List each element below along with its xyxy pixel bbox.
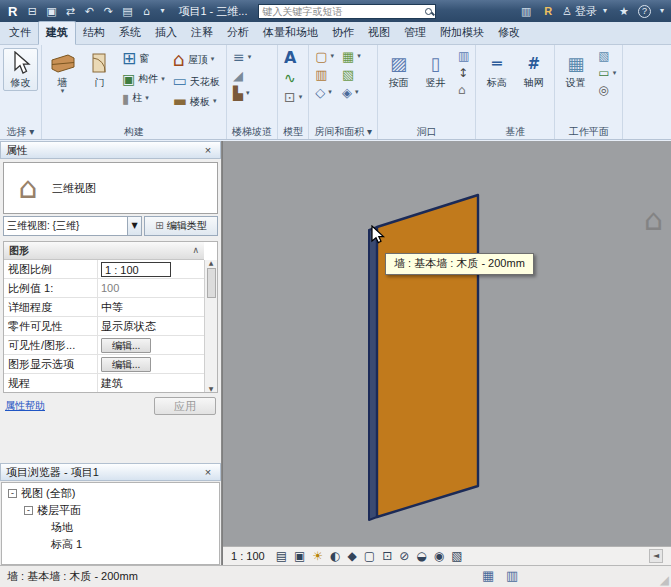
exchange-apps-icon[interactable]: ▥	[518, 6, 534, 17]
tab-addins[interactable]: 附加模块	[433, 22, 491, 44]
temp-hide-icon[interactable]: ◒	[416, 550, 426, 562]
ribbon-button-modify-cursor[interactable]: 修改	[3, 48, 38, 91]
ribbon-button-ramp[interactable]: ◢	[230, 67, 254, 84]
ribbon-button-level[interactable]: ═标高	[479, 48, 514, 91]
shadows-icon[interactable]: ◐	[330, 550, 340, 562]
tab-systems[interactable]: 系统	[112, 22, 148, 44]
ribbon-button-area[interactable]: ▦▾	[339, 48, 364, 65]
tree-item[interactable]: 场地	[2, 519, 219, 536]
ribbon-button-window[interactable]: ⊞窗	[119, 48, 168, 69]
ribbon-panel-label[interactable]: 工作平面	[557, 124, 620, 139]
properties-close-icon[interactable]: ×	[201, 144, 215, 156]
ribbon-button-set-workplane[interactable]: ▦设置	[558, 48, 593, 91]
ribbon-button-railing[interactable]: ≡▾	[230, 48, 254, 66]
type-selector[interactable]: 三维视图: {三维} ▼	[3, 216, 142, 236]
ribbon-panel-label[interactable]: 房间和面积 ▾	[311, 124, 375, 139]
ribbon-button-room-separator[interactable]: ▥	[312, 66, 337, 83]
scroll-up-icon[interactable]: ▲	[209, 260, 214, 266]
ribbon-button-floor[interactable]: ▬楼板▾	[170, 92, 223, 111]
ribbon-button-wall[interactable]: 墙▾	[45, 48, 80, 98]
tab-insert[interactable]: 插入	[148, 22, 184, 44]
property-value[interactable]: 显示原状态	[98, 319, 204, 334]
scale-button[interactable]: 1 : 100	[231, 550, 265, 562]
sun-path-icon[interactable]: ☀	[312, 550, 323, 562]
ribbon-button-viewer[interactable]: ◎	[595, 82, 619, 98]
ribbon-button-face-opening[interactable]: ▨按面	[381, 48, 416, 91]
tab-annotate[interactable]: 注释	[184, 22, 220, 44]
scroll-left-icon[interactable]: ◄	[649, 549, 663, 563]
ribbon-button-room[interactable]: ▢▾	[312, 48, 337, 65]
collapse-icon[interactable]: ∧	[192, 246, 199, 255]
tab-massing-site[interactable]: 体量和场地	[256, 22, 325, 44]
type-selector-dropdown-icon[interactable]: ▼	[127, 217, 141, 235]
ribbon-button-dormer[interactable]: ⌂	[455, 82, 472, 98]
app-menu-button[interactable]: R	[4, 4, 21, 19]
ribbon-button-model-text[interactable]: A	[281, 48, 305, 68]
rendering-icon[interactable]: ◆	[348, 550, 357, 562]
ribbon-button-show-workplane[interactable]: ▧	[595, 48, 619, 64]
ribbon-button-shaft[interactable]: ▯竖井	[418, 48, 453, 91]
help-dropdown-icon[interactable]: ▾	[657, 7, 667, 15]
viewcube-home-icon[interactable]: ⌂	[644, 205, 663, 235]
ribbon-button-ref-plane[interactable]: ▭▾	[595, 65, 619, 81]
ribbon-panel-label[interactable]: 楼梯坡道	[229, 124, 275, 139]
ribbon-button-area-boundary[interactable]: ▧	[339, 66, 364, 83]
wall-3d-object[interactable]	[223, 141, 671, 565]
default-3d-view-icon[interactable]: ⌂	[138, 6, 154, 17]
property-value[interactable]: 1 : 100	[98, 262, 204, 277]
project-browser-close-icon[interactable]: ×	[201, 466, 215, 478]
scrollbar-thumb[interactable]	[207, 268, 216, 298]
unlock-view-icon[interactable]: ⊘	[399, 550, 409, 562]
ribbon-button-stairs[interactable]: ▙▾	[230, 85, 254, 102]
tab-architecture[interactable]: 建筑	[38, 21, 76, 45]
sync-icon[interactable]: ⇄	[62, 6, 78, 17]
apply-button[interactable]: 应用	[154, 397, 216, 415]
ribbon-panel-label[interactable]: 选择 ▾	[2, 124, 39, 139]
properties-header[interactable]: 属性 ×	[0, 141, 221, 159]
ribbon-button-room-tag[interactable]: ◇▾	[312, 84, 337, 101]
design-options-icon[interactable]: ▥	[506, 569, 518, 582]
tree-item[interactable]: -楼层平面	[2, 502, 219, 519]
section-header-graphics[interactable]: 图形 ∧	[4, 242, 204, 260]
ribbon-button-model-line[interactable]: ∿	[281, 69, 305, 87]
tree-expander-icon[interactable]: -	[8, 489, 17, 498]
ribbon-panel-label[interactable]: 模型	[280, 124, 306, 139]
ribbon-button-ceiling[interactable]: ▭天花板	[170, 72, 223, 91]
tab-modify[interactable]: 修改	[491, 22, 527, 44]
edit-button[interactable]: 编辑...	[101, 357, 151, 372]
ribbon-panel-label[interactable]: 构建	[44, 124, 224, 139]
worksets-icon[interactable]: ▦	[482, 569, 494, 582]
undo-icon[interactable]: ↶	[81, 6, 97, 17]
print-icon[interactable]: ▤	[119, 6, 135, 17]
save-icon[interactable]: ▣	[43, 6, 59, 17]
crop-view-icon[interactable]: ▢	[364, 550, 375, 562]
ribbon-button-door[interactable]: 门	[82, 48, 117, 91]
tab-manage[interactable]: 管理	[397, 22, 433, 44]
help-icon[interactable]: ?	[638, 5, 651, 18]
property-value[interactable]: 100	[98, 282, 204, 294]
tab-structure[interactable]: 结构	[76, 22, 112, 44]
ribbon-button-wall-opening[interactable]: ▥	[455, 48, 472, 64]
ribbon-button-component[interactable]: ▣构件▾	[119, 70, 168, 88]
edit-button[interactable]: 编辑...	[101, 338, 151, 353]
property-value[interactable]: 编辑...	[98, 357, 204, 372]
temp-view-props-icon[interactable]: ▧	[451, 550, 462, 562]
scroll-down-icon[interactable]: ▼	[209, 386, 214, 392]
property-value[interactable]: 编辑...	[98, 338, 204, 353]
sign-in-button[interactable]: ♙ 登录 ▾	[562, 4, 610, 19]
ribbon-panel-label[interactable]: 洞口	[380, 124, 473, 139]
search-input[interactable]	[262, 6, 422, 17]
tab-file[interactable]: 文件	[2, 22, 38, 44]
project-browser-header[interactable]: 项目浏览器 - 项目1 ×	[0, 463, 221, 481]
tab-collaborate[interactable]: 协作	[325, 22, 361, 44]
ribbon-button-area-tag[interactable]: ◈▾	[339, 84, 364, 101]
ribbon-panel-label[interactable]: 基准	[478, 124, 552, 139]
reveal-hidden-icon[interactable]: ◉	[434, 550, 444, 562]
show-crop-icon[interactable]: ⊡	[382, 550, 392, 562]
property-value[interactable]: 中等	[98, 300, 204, 315]
ribbon-button-model-group[interactable]: ⊡▾	[281, 88, 305, 106]
tab-view[interactable]: 视图	[361, 22, 397, 44]
communication-center-icon[interactable]: R	[540, 5, 556, 17]
open-icon[interactable]: ⊟	[24, 6, 40, 17]
tree-expander-icon[interactable]: -	[24, 506, 33, 515]
